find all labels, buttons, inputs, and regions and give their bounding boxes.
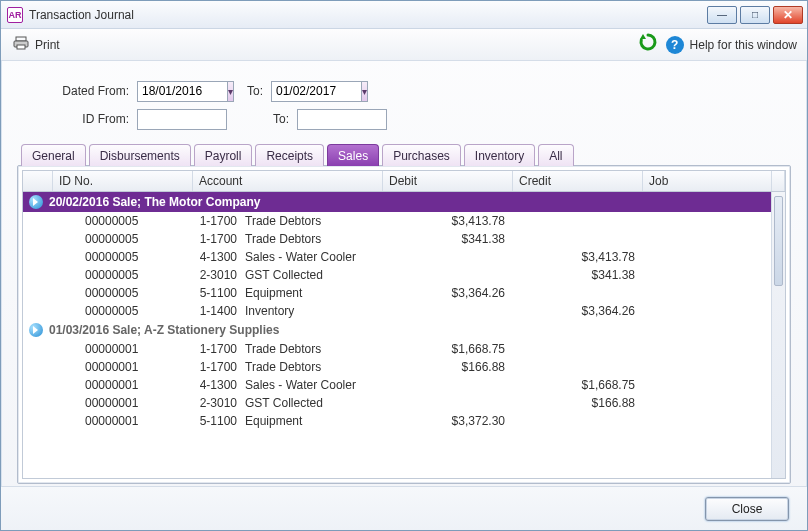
col-credit[interactable]: Credit (513, 171, 643, 191)
cell-account: 1-1700Trade Debtors (193, 232, 383, 246)
cell-account: 2-3010GST Collected (193, 396, 383, 410)
tab-payroll[interactable]: Payroll (194, 144, 253, 166)
chevron-down-icon: ▾ (228, 86, 233, 97)
cell-account: 4-1300Sales - Water Cooler (193, 378, 383, 392)
table-row[interactable]: 000000051-1700Trade Debtors$341.38 (23, 230, 771, 248)
cell-credit: $341.38 (513, 268, 643, 282)
cell-account: 5-1100Equipment (193, 414, 383, 428)
table-row[interactable]: 000000051-1400Inventory$3,364.26 (23, 302, 771, 320)
table-row[interactable]: 000000054-1300Sales - Water Cooler$3,413… (23, 248, 771, 266)
col-job[interactable]: Job (643, 171, 771, 191)
cell-account: 5-1100Equipment (193, 286, 383, 300)
tab-purchases[interactable]: Purchases (382, 144, 461, 166)
col-scrollbar-gutter (771, 171, 785, 191)
dated-from-input[interactable] (137, 81, 227, 102)
cell-debit: $3,413.78 (383, 214, 513, 228)
toolbar: Print ? Help for this window (1, 29, 807, 61)
cell-id: 00000005 (53, 286, 193, 300)
refresh-button[interactable] (638, 32, 658, 57)
cell-debit: $166.88 (383, 360, 513, 374)
vertical-scrollbar[interactable] (771, 192, 785, 478)
cell-debit: $3,364.26 (383, 286, 513, 300)
id-from-input[interactable] (137, 109, 227, 130)
dated-to-dropdown[interactable]: ▾ (361, 81, 368, 102)
cell-account: 1-1700Trade Debtors (193, 360, 383, 374)
print-icon (13, 35, 29, 54)
close-icon: ✕ (783, 8, 793, 22)
filter-panel: Dated From: ▾ To: ▾ ID From: To: (53, 77, 791, 133)
titlebar: AR Transaction Journal — □ ✕ (1, 1, 807, 29)
table-row[interactable]: 000000052-3010GST Collected$341.38 (23, 266, 771, 284)
table-row[interactable]: 000000011-1700Trade Debtors$166.88 (23, 358, 771, 376)
svg-marker-3 (640, 34, 646, 39)
tab-all[interactable]: All (538, 144, 573, 166)
cell-account: 1-1400Inventory (193, 304, 383, 318)
group-header-label: 01/03/2016 Sale; A-Z Stationery Supplies (49, 323, 279, 337)
col-indicator (23, 171, 53, 191)
cell-account: 4-1300Sales - Water Cooler (193, 250, 383, 264)
cell-account: 2-3010GST Collected (193, 268, 383, 282)
col-debit[interactable]: Debit (383, 171, 513, 191)
maximize-button[interactable]: □ (740, 6, 770, 24)
app-icon: AR (7, 7, 23, 23)
transaction-grid: ID No. Account Debit Credit Job 20/02/20… (17, 165, 791, 484)
tab-bar: GeneralDisbursementsPayrollReceiptsSales… (17, 143, 791, 165)
footer: Close (1, 486, 807, 530)
tab-receipts[interactable]: Receipts (255, 144, 324, 166)
expand-arrow-icon (29, 195, 43, 209)
scrollbar-thumb[interactable] (774, 196, 783, 286)
cell-credit: $3,413.78 (513, 250, 643, 264)
window-controls: — □ ✕ (707, 6, 803, 24)
col-account[interactable]: Account (193, 171, 383, 191)
cell-id: 00000005 (53, 214, 193, 228)
grid-body: 20/02/2016 Sale; The Motor Company000000… (22, 192, 786, 479)
table-row[interactable]: 000000014-1300Sales - Water Cooler$1,668… (23, 376, 771, 394)
cell-id: 00000001 (53, 414, 193, 428)
dated-to-label: To: (235, 84, 263, 98)
id-to-input[interactable] (297, 109, 387, 130)
table-row[interactable]: 000000051-1700Trade Debtors$3,413.78 (23, 212, 771, 230)
close-button[interactable]: Close (705, 497, 789, 521)
minimize-button[interactable]: — (707, 6, 737, 24)
cell-credit: $166.88 (513, 396, 643, 410)
cell-account: 1-1700Trade Debtors (193, 214, 383, 228)
print-button[interactable]: Print (13, 35, 60, 54)
group-header[interactable]: 20/02/2016 Sale; The Motor Company (23, 192, 771, 212)
table-row[interactable]: 000000012-3010GST Collected$166.88 (23, 394, 771, 412)
cell-id: 00000001 (53, 378, 193, 392)
table-row[interactable]: 000000011-1700Trade Debtors$1,668.75 (23, 340, 771, 358)
cell-id: 00000001 (53, 360, 193, 374)
cell-account: 1-1700Trade Debtors (193, 342, 383, 356)
tab-disbursements[interactable]: Disbursements (89, 144, 191, 166)
refresh-icon (638, 36, 658, 56)
window-title: Transaction Journal (29, 8, 707, 22)
col-id[interactable]: ID No. (53, 171, 193, 191)
cell-credit: $3,364.26 (513, 304, 643, 318)
dated-to-input[interactable] (271, 81, 361, 102)
window: AR Transaction Journal — □ ✕ Print ? Hel… (0, 0, 808, 531)
cell-debit: $1,668.75 (383, 342, 513, 356)
svg-rect-0 (16, 37, 26, 41)
id-from-label: ID From: (53, 112, 129, 126)
table-row[interactable]: 000000015-1100Equipment$3,372.30 (23, 412, 771, 430)
id-to-label: To: (261, 112, 289, 126)
help-label: Help for this window (690, 38, 797, 52)
tab-inventory[interactable]: Inventory (464, 144, 535, 166)
help-icon: ? (666, 36, 684, 54)
maximize-icon: □ (752, 9, 758, 20)
cell-id: 00000005 (53, 250, 193, 264)
chevron-down-icon: ▾ (362, 86, 367, 97)
svg-rect-2 (17, 45, 25, 49)
print-label: Print (35, 38, 60, 52)
cell-id: 00000005 (53, 268, 193, 282)
cell-id: 00000001 (53, 396, 193, 410)
tab-general[interactable]: General (21, 144, 86, 166)
dated-from-dropdown[interactable]: ▾ (227, 81, 234, 102)
cell-debit: $341.38 (383, 232, 513, 246)
help-button[interactable]: ? Help for this window (666, 36, 797, 54)
group-header-label: 20/02/2016 Sale; The Motor Company (49, 195, 260, 209)
close-window-button[interactable]: ✕ (773, 6, 803, 24)
group-header[interactable]: 01/03/2016 Sale; A-Z Stationery Supplies (23, 320, 771, 340)
table-row[interactable]: 000000055-1100Equipment$3,364.26 (23, 284, 771, 302)
tab-sales[interactable]: Sales (327, 144, 379, 166)
